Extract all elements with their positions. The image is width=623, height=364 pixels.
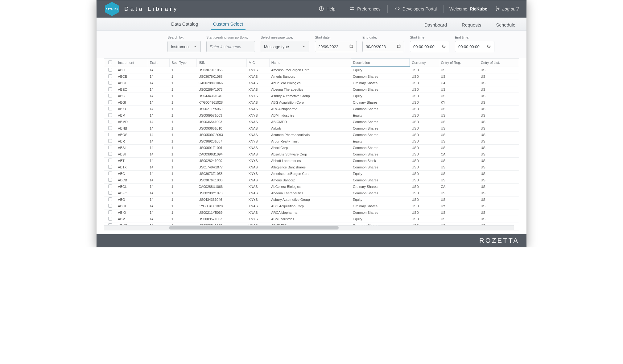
logout-link[interactable]: Log out? — [493, 6, 519, 12]
checkbox-icon[interactable] — [108, 139, 112, 143]
checkbox-icon[interactable] — [108, 133, 112, 136]
col-isin[interactable]: ISIN — [197, 59, 247, 67]
checkbox-icon[interactable] — [108, 217, 112, 221]
row-checkbox-cell[interactable] — [104, 99, 116, 106]
end-date-input[interactable]: 30/09/2023 — [362, 41, 404, 52]
checkbox-icon[interactable] — [108, 94, 112, 97]
checkbox-icon[interactable] — [108, 210, 112, 214]
col-currency[interactable]: Currency — [410, 59, 439, 67]
horizontal-scrollbar[interactable] — [104, 225, 514, 230]
checkbox-icon[interactable] — [108, 152, 112, 156]
table-row[interactable]: ABM141US0009571003XNYSABM IndustriesEqui… — [104, 112, 519, 119]
end-time-input[interactable]: 00:00:00:00 — [455, 41, 494, 52]
row-checkbox-cell[interactable] — [104, 164, 116, 171]
col-cntry-of-list-[interactable]: Cntry of List. — [479, 59, 519, 67]
preferences-link[interactable]: Preferences — [342, 3, 387, 14]
row-checkbox-cell[interactable] — [104, 177, 116, 184]
table-row[interactable]: ABEO141US00289Y1073XNASAbeona Therapeuti… — [104, 86, 519, 93]
table-row[interactable]: ABOS141US00509G2093XNASAcumen Pharmaceut… — [104, 132, 519, 138]
checkbox-icon[interactable] — [108, 81, 112, 85]
row-checkbox-cell[interactable] — [104, 145, 116, 151]
scrollbar-thumb[interactable] — [169, 226, 339, 230]
row-checkbox-cell[interactable] — [104, 171, 116, 177]
tab-custom-select[interactable]: Custom Select — [211, 18, 246, 30]
col-sec-type[interactable]: Sec. Type — [170, 59, 197, 67]
checkbox-icon[interactable] — [108, 165, 112, 169]
checkbox-icon[interactable] — [108, 113, 112, 117]
row-checkbox-cell[interactable] — [104, 119, 116, 125]
table-row[interactable]: ABIO141US00211Y5069XNASARCA biopharmaCom… — [104, 106, 519, 112]
table-row[interactable]: ABMD141US0036541003XNASABIOMEDCommon Sha… — [104, 222, 519, 225]
row-checkbox-cell[interactable] — [104, 203, 116, 209]
col-name[interactable]: Name — [269, 59, 351, 67]
checkbox-icon[interactable] — [108, 197, 112, 201]
search-by-select[interactable]: Instrument — [167, 41, 201, 52]
row-checkbox-cell[interactable] — [104, 138, 116, 145]
row-checkbox-cell[interactable] — [104, 151, 116, 158]
row-checkbox-cell[interactable] — [104, 112, 116, 119]
table-row[interactable]: ABG141US0434361046XNYSAsbury Automotive … — [104, 93, 519, 99]
table-row[interactable]: ABGI141KYG004961028XNASABG Acquisition C… — [104, 99, 519, 106]
col-instrument[interactable]: Instrument — [116, 59, 148, 67]
row-checkbox-cell[interactable] — [104, 125, 116, 132]
tab-requests[interactable]: Requests — [459, 19, 484, 30]
row-checkbox-cell[interactable] — [104, 86, 116, 93]
table-row[interactable]: ABSI141US00091E1091XNASAbsci CorpCommon … — [104, 145, 519, 151]
results-table-scroll[interactable]: InstrumentExch.Sec. TypeISINMICNameDescr… — [104, 59, 519, 225]
row-checkbox-cell[interactable] — [104, 93, 116, 99]
table-row[interactable]: ABEO141US00289Y1073XNASAbeona Therapeuti… — [104, 190, 519, 196]
table-row[interactable]: ABGI141KYG004961028XNASABG Acquisition C… — [104, 203, 519, 209]
tab-schedule[interactable]: Schedule — [493, 19, 518, 30]
row-checkbox-cell[interactable] — [104, 196, 116, 203]
col-cntry-of-reg-[interactable]: Cntry of Reg. — [439, 59, 479, 67]
tab-dashboard[interactable]: Dashboard — [422, 19, 449, 30]
row-checkbox-cell[interactable] — [104, 216, 116, 222]
developers-link[interactable]: Developers Portal — [388, 3, 444, 14]
instruments-input[interactable] — [210, 44, 252, 49]
table-row[interactable]: ABM141US0009571003XNYSABM IndustriesEqui… — [104, 216, 519, 222]
table-row[interactable]: ABCL141CA00288U1066XNASAbCellera Biologi… — [104, 80, 519, 86]
col-exch-[interactable]: Exch. — [148, 59, 170, 67]
table-row[interactable]: ABC141US03073E1055XNYSAmerisourceBergen … — [104, 67, 519, 73]
msg-type-select[interactable]: Message type — [261, 41, 309, 52]
checkbox-icon[interactable] — [108, 120, 112, 123]
checkbox-icon[interactable] — [108, 191, 112, 195]
row-checkbox-cell[interactable] — [104, 132, 116, 138]
checkbox-icon[interactable] — [108, 87, 112, 91]
checkbox-icon[interactable] — [108, 159, 112, 162]
checkbox-icon[interactable] — [108, 107, 112, 110]
checkbox-icon[interactable] — [108, 178, 112, 182]
table-row[interactable]: ABIO141US00211Y5069XNASARCA biopharmaCom… — [104, 209, 519, 216]
select-all-header[interactable] — [104, 59, 116, 67]
checkbox-icon[interactable] — [108, 184, 112, 188]
row-checkbox-cell[interactable] — [104, 184, 116, 190]
col-description[interactable]: Description — [351, 59, 410, 67]
table-row[interactable]: ABMD141US0036541003XNASABIOMEDCommon Sha… — [104, 119, 519, 125]
row-checkbox-cell[interactable] — [104, 67, 116, 73]
col-mic[interactable]: MIC — [247, 59, 270, 67]
checkbox-icon[interactable] — [108, 100, 112, 104]
table-row[interactable]: ABR141US0389231087XNYSArbor Realty Trust… — [104, 138, 519, 145]
table-row[interactable]: ABC141US03073E1055XNYSAmerisourceBergen … — [104, 171, 519, 177]
table-row[interactable]: ABCB141US03076K1088XNASAmeris BancorpCom… — [104, 73, 519, 80]
table-row[interactable]: ABCB141US03076K1088XNASAmeris BancorpCom… — [104, 177, 519, 184]
table-row[interactable]: ABTX141US01748H1077XNASAllegiance Bancsh… — [104, 164, 519, 171]
checkbox-icon[interactable] — [108, 204, 112, 208]
row-checkbox-cell[interactable] — [104, 106, 116, 112]
row-checkbox-cell[interactable] — [104, 158, 116, 164]
checkbox-icon[interactable] — [108, 74, 112, 78]
tab-data-catalog[interactable]: Data Catalog — [169, 18, 201, 30]
row-checkbox-cell[interactable] — [104, 73, 116, 80]
start-time-input[interactable]: 00:00:00:00 — [410, 41, 449, 52]
table-row[interactable]: ABT141US0028241000XNYSAbbott Laboratorie… — [104, 158, 519, 164]
help-link[interactable]: Help — [312, 3, 342, 14]
start-date-input[interactable]: 29/09/2022 — [315, 41, 357, 52]
table-row[interactable]: ABG141US0434361046XNYSAsbury Automotive … — [104, 196, 519, 203]
checkbox-icon[interactable] — [108, 60, 112, 64]
row-checkbox-cell[interactable] — [104, 190, 116, 196]
checkbox-icon[interactable] — [108, 126, 112, 130]
row-checkbox-cell[interactable] — [104, 209, 116, 216]
row-checkbox-cell[interactable] — [104, 80, 116, 86]
table-row[interactable]: ABCL141CA00288U1066XNASAbCellera Biologi… — [104, 184, 519, 190]
row-checkbox-cell[interactable] — [104, 222, 116, 225]
